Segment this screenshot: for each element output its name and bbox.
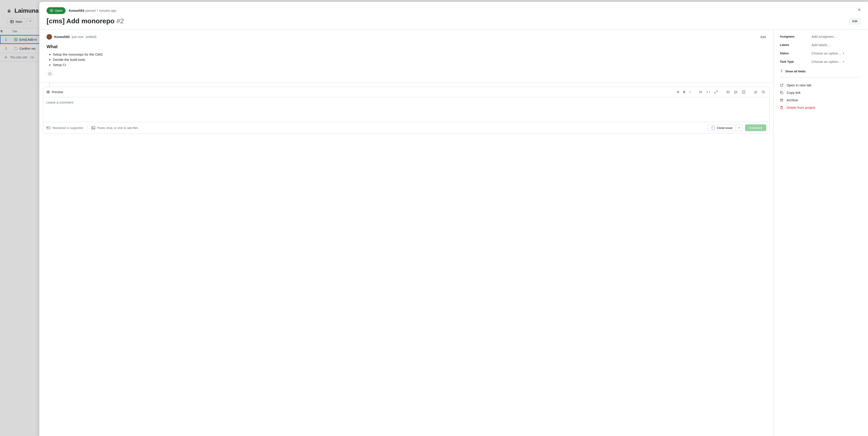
svg-point-11 [48, 92, 49, 92]
avatar[interactable]: 👤 [46, 34, 52, 39]
ol-tool[interactable]: 12 [733, 89, 739, 95]
status-badge: Open [46, 7, 66, 14]
close-issue-options[interactable] [736, 124, 743, 131]
external-link-icon [780, 83, 783, 87]
comment-textarea[interactable] [43, 97, 770, 121]
chevron-down-icon: ▾ [843, 60, 844, 63]
tasktype-picker[interactable]: Choose an option…▾ [811, 60, 844, 63]
tasklist-icon [742, 90, 745, 94]
plus-icon [4, 55, 8, 59]
close-issue-button[interactable]: Close issue [708, 124, 736, 131]
row-title: [cms] Add m [20, 38, 37, 41]
link-icon [714, 90, 718, 94]
archive-action[interactable]: Archive [780, 96, 862, 104]
code-tool[interactable] [705, 89, 712, 95]
list-item: Setup CI [53, 63, 766, 67]
svg-point-20 [92, 127, 93, 127]
svg-point-14 [727, 93, 727, 93]
show-all-fields-button[interactable]: Show all fields [780, 68, 862, 77]
markdown-icon [46, 126, 51, 129]
field-label-status: Status [780, 52, 811, 55]
svg-text:1: 1 [735, 90, 735, 92]
markdown-hint[interactable]: Markdown is supported [46, 126, 83, 129]
filter-icon [0, 30, 3, 33]
copy-link-action[interactable]: Copy link [780, 89, 862, 96]
copy-icon [780, 91, 783, 94]
svg-point-7 [51, 10, 52, 11]
view-options-button[interactable] [27, 18, 33, 25]
edit-comment-button[interactable]: Edit [761, 35, 766, 39]
cross-reference-icon [761, 90, 765, 94]
quote-icon [699, 90, 703, 94]
field-label-tasktype: Task Type [780, 60, 811, 63]
close-panel-button[interactable] [856, 6, 863, 13]
code-icon [707, 90, 710, 94]
view-tab-main[interactable]: Main [7, 18, 25, 25]
add-reaction-button[interactable] [46, 70, 53, 77]
field-label-assignees: Assignees [780, 35, 811, 38]
author-link[interactable]: Konosh93 [69, 9, 84, 12]
comment-author[interactable]: Konosh93 [54, 35, 70, 39]
svg-text:2: 2 [735, 92, 735, 94]
open-new-tab-action[interactable]: Open in new tab [780, 81, 862, 89]
ul-icon [726, 90, 730, 94]
comment-list: Setup the monorepo for the CMS Decide th… [46, 53, 766, 67]
svg-point-9 [49, 73, 50, 74]
archive-icon [780, 98, 783, 102]
chevron-down-icon: ▾ [843, 52, 844, 55]
svg-rect-22 [780, 99, 783, 100]
reference-tool[interactable] [760, 89, 766, 95]
preview-tab[interactable]: Preview [46, 90, 63, 94]
svg-point-4 [16, 39, 16, 40]
assignees-picker[interactable]: Add assignees… [811, 35, 837, 38]
draft-issue-icon [13, 47, 18, 51]
link-tool[interactable] [713, 89, 719, 95]
chevron-down-icon [29, 20, 31, 22]
issue-closed-icon [711, 126, 715, 129]
image-icon [91, 126, 95, 130]
comment-button[interactable]: Comment [745, 124, 766, 131]
issue-open-icon [50, 9, 53, 12]
issue-sidebar: Assignees Add assignees… Labels Add labe… [774, 30, 868, 436]
list-item: Decide the build tools [53, 58, 766, 61]
add-hint-text: You can use [10, 55, 27, 59]
status-picker[interactable]: Choose an option…▾ [811, 51, 844, 55]
eye-icon [46, 90, 50, 94]
issue-description: 👤 Konosh93 just now (edited) Edit What S… [39, 30, 773, 81]
smiley-icon [48, 72, 52, 76]
close-icon [857, 8, 861, 12]
tasklist-tool[interactable] [741, 89, 747, 95]
comment-edited: (edited) [86, 35, 96, 39]
svg-point-12 [727, 91, 727, 91]
file-attach-hint[interactable]: Paste, drop, or click to add files [91, 126, 138, 130]
lock-icon [7, 9, 11, 13]
kbd-hint: Ctr [30, 56, 35, 59]
comment-heading: What [46, 44, 766, 49]
svg-rect-21 [781, 92, 783, 94]
chevron-down-icon [738, 127, 740, 129]
issue-open-icon [13, 38, 18, 41]
svg-point-8 [49, 72, 52, 75]
list-item: Setup the monorepo for the CMS [53, 53, 766, 56]
svg-rect-19 [92, 126, 95, 129]
quote-tool[interactable] [698, 89, 704, 95]
delete-action[interactable]: Delete from project [780, 104, 862, 111]
italic-tool[interactable]: I [688, 89, 692, 95]
table-icon [10, 20, 14, 24]
svg-rect-0 [11, 21, 13, 23]
view-tab-label: Main [16, 20, 22, 24]
field-label-labels: Labels [780, 43, 811, 47]
ul-tool[interactable] [725, 89, 732, 95]
svg-point-5 [14, 47, 18, 50]
comment-time: just now [72, 35, 84, 39]
heading-tool[interactable]: H [675, 89, 680, 95]
labels-picker[interactable]: Add labels… [811, 43, 831, 47]
mention-tool[interactable]: @ [753, 89, 758, 95]
edit-title-button[interactable]: Edit [849, 18, 861, 24]
ol-icon: 12 [734, 90, 738, 94]
issue-title: [cms] Add monorepo #2 [46, 17, 124, 25]
bold-tool[interactable]: B [682, 89, 687, 95]
expand-icon [780, 69, 783, 73]
filter-icon-cell[interactable] [0, 30, 12, 33]
issue-panel: Open Konosh93 opened 7 minutes ago [cms]… [39, 2, 868, 436]
